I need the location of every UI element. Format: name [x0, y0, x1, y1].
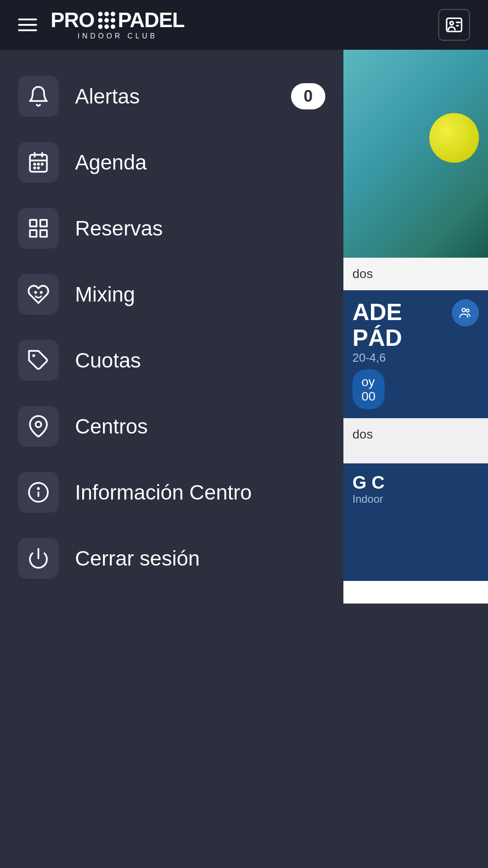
svg-point-1: [450, 22, 453, 25]
app-logo: PRO PADEL INDOOR CLUB: [51, 9, 184, 40]
app-header: PRO PADEL INDOOR CLUB: [0, 0, 488, 50]
profile-button[interactable]: [438, 9, 470, 41]
sidebar-item-reservas[interactable]: Reservas: [18, 195, 325, 261]
sidebar-item-agenda[interactable]: Agenda: [18, 129, 325, 195]
peek-white-strip: [343, 581, 488, 604]
alertas-label: Alertas: [75, 84, 140, 108]
alertas-icon-container: [18, 76, 59, 117]
info-icon: [27, 481, 50, 504]
peek-sub-text-2: Indoor: [352, 493, 479, 505]
logo-pro: PRO: [51, 9, 94, 30]
power-icon: [27, 547, 50, 570]
peek-persons-icon: [452, 299, 479, 326]
agenda-label: Agenda: [75, 150, 147, 175]
peek-time-pill: oy00: [352, 369, 385, 409]
hamburger-button[interactable]: [18, 19, 37, 31]
tag-icon: [27, 349, 50, 372]
mixing-icon-container: [18, 274, 59, 315]
peek-sub-text: 20-4,6: [352, 351, 479, 365]
svg-point-19: [34, 291, 37, 294]
cuotas-icon-container: [18, 340, 59, 381]
calendar-icon: [27, 151, 50, 174]
peek-label-1: dos: [352, 267, 479, 281]
peek-card-3: ADEPÁD 20-4,6 oy00: [343, 290, 488, 418]
padel-ball: [429, 113, 479, 163]
logo-padel: PADEL: [118, 9, 185, 30]
svg-rect-16: [40, 220, 47, 226]
centros-label: Centros: [75, 414, 148, 439]
peek-card-5: G C Indoor: [343, 463, 488, 581]
peek-card-1: [343, 50, 488, 258]
peek-card-2: dos: [343, 258, 488, 290]
logo-subtitle: INDOOR CLUB: [78, 32, 158, 40]
peek-time-text: oy00: [361, 375, 375, 403]
profile-icon: [444, 15, 464, 35]
informacion-icon-container: [18, 472, 59, 513]
cerrar-icon-container: [18, 538, 59, 579]
centros-icon-container: [18, 406, 59, 447]
mixing-label: Mixing: [75, 282, 135, 307]
bell-icon: [27, 85, 50, 108]
peek-big-text-2: G C: [352, 472, 479, 493]
header-left: PRO PADEL INDOOR CLUB: [18, 9, 184, 40]
agenda-icon-container: [18, 142, 59, 183]
svg-point-20: [40, 291, 42, 294]
sidebar-item-informacion[interactable]: Información Centro: [18, 459, 325, 525]
sidebar-item-cerrar-sesion[interactable]: Cerrar sesión: [18, 525, 325, 591]
cuotas-label: Cuotas: [75, 348, 141, 373]
svg-point-4: [462, 308, 466, 312]
informacion-label: Información Centro: [75, 480, 252, 505]
svg-rect-18: [40, 230, 47, 237]
map-pin-icon: [27, 415, 50, 438]
sidebar-menu: Alertas 0 Agenda: [0, 50, 343, 868]
reservas-label: Reservas: [75, 216, 163, 241]
alertas-badge-value: 0: [304, 87, 313, 106]
alertas-badge[interactable]: 0: [291, 83, 325, 109]
heart-icon: [27, 283, 50, 306]
right-peek-panel: dos ADEPÁD 20-4,6 oy00 dos G C Indoor: [343, 50, 488, 868]
reservas-icon-container: [18, 208, 59, 249]
peek-label-2: dos: [352, 427, 479, 442]
persons-icon: [459, 306, 472, 320]
sidebar-item-alertas[interactable]: Alertas 0: [18, 63, 325, 129]
peek-card-4: dos: [343, 418, 488, 463]
sidebar-item-centros[interactable]: Centros: [18, 393, 325, 459]
cerrar-label: Cerrar sesión: [75, 546, 200, 571]
svg-rect-15: [30, 220, 37, 226]
sidebar-item-mixing[interactable]: Mixing: [18, 261, 325, 327]
svg-point-22: [36, 422, 42, 428]
svg-rect-17: [30, 230, 37, 237]
svg-point-5: [466, 309, 469, 312]
sidebar-item-cuotas[interactable]: Cuotas: [18, 327, 325, 393]
logo-dot-grid: [98, 12, 114, 28]
grid-icon: [27, 217, 50, 240]
